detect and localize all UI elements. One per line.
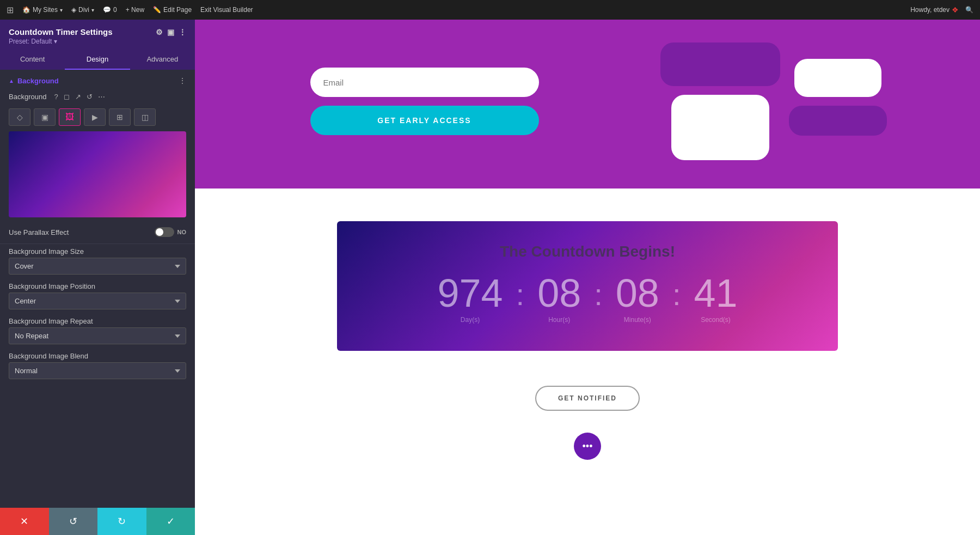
shape-col-2 xyxy=(789,42,887,160)
decorative-shape-2 xyxy=(671,95,769,160)
redo-button[interactable]: ↻ xyxy=(97,508,146,535)
bg-type-mask[interactable]: ◫ xyxy=(134,108,156,126)
section-header-background: ▲ Background ⋮ xyxy=(0,70,195,89)
bg-video-icon: ▶ xyxy=(92,113,98,121)
my-sites-menu[interactable]: 🏠 My Sites ▾ xyxy=(22,6,63,14)
section-title-background: ▲ Background xyxy=(9,77,59,85)
comment-icon: 💬 xyxy=(103,6,111,14)
bg-pattern-icon: ⊞ xyxy=(117,113,123,121)
bg-color-icon: ▣ xyxy=(41,113,48,121)
email-input[interactable] xyxy=(310,68,539,97)
panel-tabs: Content Design Advanced xyxy=(0,50,195,70)
parallax-toggle-wrap: NO xyxy=(155,227,187,237)
countdown-numbers: 974 Day(s) : 08 Hour(s) : 08 Minute(s) : xyxy=(370,273,805,324)
hero-right xyxy=(660,42,887,160)
tab-content[interactable]: Content xyxy=(0,50,65,70)
comments-menu[interactable]: 💬 0 xyxy=(103,6,117,14)
countdown-title: The Countdown Begins! xyxy=(370,243,805,260)
bg-type-row: ◇ ▣ 🖼 ▶ ⊞ ◫ xyxy=(0,106,195,131)
wp-icon[interactable]: ⊞ xyxy=(7,5,14,15)
decorative-shape-3 xyxy=(794,59,881,97)
bg-mask-icon: ◫ xyxy=(142,113,149,121)
chevron-down-icon: ▾ xyxy=(60,7,63,13)
image-blend-label: Background Image Blend xyxy=(9,352,186,360)
divi-icon: ◈ xyxy=(71,6,76,14)
divider-1 xyxy=(0,244,195,244)
bg-help-icon[interactable]: ? xyxy=(53,92,59,102)
cancel-button[interactable]: ✕ xyxy=(0,508,49,535)
section-action-more[interactable]: ⋮ xyxy=(179,76,186,85)
image-position-label: Background Image Position xyxy=(9,282,186,290)
admin-bar-right: Howdy, etdev ❖ 🔍 xyxy=(910,5,973,14)
chevron-down-icon-divi: ▾ xyxy=(91,7,94,13)
shape-col-1 xyxy=(660,42,780,160)
bg-type-color[interactable]: ▣ xyxy=(34,108,56,126)
panel-content: ▲ Background ⋮ Background ? ◻ ↗ ↺ ⋯ xyxy=(0,70,195,508)
parallax-toggle[interactable] xyxy=(155,227,174,237)
panel-footer: ✕ ↺ ↻ ✓ xyxy=(0,508,195,535)
image-position-row: Background Image Position Center Top Lef… xyxy=(0,280,195,315)
tab-design[interactable]: Design xyxy=(65,50,130,70)
bg-image-preview[interactable] xyxy=(9,131,186,217)
bg-type-none[interactable]: ◇ xyxy=(9,108,30,126)
image-position-select[interactable]: Center Top Left Top Center Top Right Cen… xyxy=(9,293,186,309)
bg-type-image[interactable]: 🖼 xyxy=(59,108,81,126)
bg-icon-group: ? ◻ ↗ ↺ ⋯ xyxy=(53,92,106,102)
new-menu[interactable]: + New xyxy=(126,6,144,14)
image-repeat-row: Background Image Repeat No Repeat Repeat… xyxy=(0,315,195,350)
countdown-sep-3: : xyxy=(670,277,683,312)
countdown-sep-2: : xyxy=(592,277,605,312)
countdown-days: 974 Day(s) xyxy=(426,273,513,324)
exit-builder-btn[interactable]: Exit Visual Builder xyxy=(200,6,253,14)
bg-image-icon: 🖼 xyxy=(65,112,74,122)
decorative-shape-4 xyxy=(789,106,887,136)
edit-page-btn[interactable]: ✏️ Edit Page xyxy=(153,6,192,14)
image-repeat-select[interactable]: No Repeat Repeat Repeat X Repeat Y Space… xyxy=(9,327,186,344)
background-label: Background xyxy=(9,93,46,101)
parallax-toggle-text: NO xyxy=(177,229,187,235)
cta-button[interactable]: GET EARLY ACCESS xyxy=(310,106,539,135)
countdown-sep-1: : xyxy=(514,277,527,312)
preset-dropdown[interactable]: Preset: Default ▾ xyxy=(9,38,186,45)
image-size-select[interactable]: Cover Contain Auto Custom xyxy=(9,258,186,275)
panel-title-row: Countdown Timer Settings ⚙ ▣ ⋮ xyxy=(9,27,186,37)
three-dots-button[interactable]: ••• xyxy=(574,433,601,460)
bg-link-icon[interactable]: ↗ xyxy=(74,92,82,102)
bg-more-icon[interactable]: ⋯ xyxy=(97,92,106,102)
search-icon[interactable]: 🔍 xyxy=(965,6,973,14)
decorative-shape-1 xyxy=(660,42,780,86)
reset-button[interactable]: ↺ xyxy=(49,508,98,535)
countdown-minutes: 08 Minute(s) xyxy=(605,273,670,324)
hero-section: GET EARLY ACCESS xyxy=(195,20,980,189)
image-blend-row: Background Image Blend Normal Multiply S… xyxy=(0,350,195,385)
howdy-label: Howdy, etdev ❖ xyxy=(910,5,959,14)
edit-icon: ✏️ xyxy=(153,6,161,14)
preset-chevron: ▾ xyxy=(54,38,57,45)
bg-none-icon: ◇ xyxy=(17,113,23,121)
save-button[interactable]: ✓ xyxy=(146,508,195,535)
content-area: GET EARLY ACCESS The Countdown Begins! xyxy=(195,20,980,535)
parallax-toggle-row: Use Parallax Effect NO xyxy=(0,224,195,242)
countdown-seconds: 41 Second(s) xyxy=(683,273,748,324)
image-size-row: Background Image Size Cover Contain Auto… xyxy=(0,245,195,280)
panel-header: Countdown Timer Settings ⚙ ▣ ⋮ Preset: D… xyxy=(0,20,195,50)
tab-advanced[interactable]: Advanced xyxy=(130,50,195,70)
image-repeat-label: Background Image Repeat xyxy=(9,317,186,325)
three-dots-row: ••• xyxy=(574,433,601,460)
panel-icon-layout[interactable]: ▣ xyxy=(167,28,174,37)
notified-button[interactable]: GET NOTIFIED xyxy=(535,386,640,411)
parallax-label: Use Parallax Effect xyxy=(9,228,69,236)
toggle-knob xyxy=(156,228,163,236)
bg-copy-icon[interactable]: ◻ xyxy=(63,92,71,102)
section-chevron-icon[interactable]: ▲ xyxy=(9,78,14,84)
bg-controls-row: Background ? ◻ ↗ ↺ ⋯ xyxy=(0,89,195,106)
panel-icon-settings[interactable]: ⚙ xyxy=(156,28,163,37)
hero-left: GET EARLY ACCESS xyxy=(310,68,539,135)
panel-icon-more[interactable]: ⋮ xyxy=(179,28,186,37)
bg-type-pattern[interactable]: ⊞ xyxy=(109,108,131,126)
image-blend-select[interactable]: Normal Multiply Screen Overlay Darken Li… xyxy=(9,362,186,379)
left-panel: Countdown Timer Settings ⚙ ▣ ⋮ Preset: D… xyxy=(0,20,195,535)
bg-reset-icon[interactable]: ↺ xyxy=(85,92,94,102)
bg-type-video[interactable]: ▶ xyxy=(84,108,106,126)
divi-menu[interactable]: ◈ Divi ▾ xyxy=(71,6,94,14)
